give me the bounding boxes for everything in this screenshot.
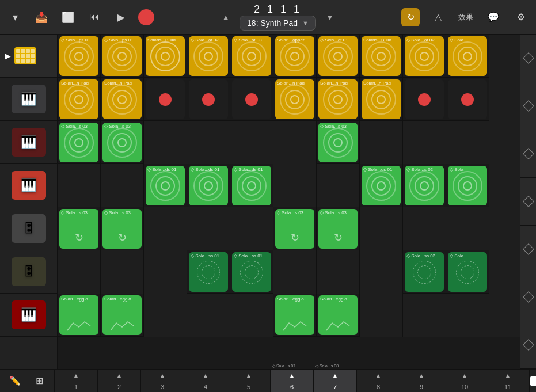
cell-3-8[interactable]: ◇ Sola...s 02 [403, 164, 446, 207]
cell-4-10[interactable] [489, 207, 520, 250]
cell-4-4[interactable] [230, 207, 273, 250]
position-up-icon[interactable]: ▲ [216, 8, 235, 26]
edge-btn-5[interactable] [520, 273, 536, 321]
cell-0-6[interactable]: ◇ Sola...at 01 [317, 35, 360, 78]
clip-6-6[interactable]: Solari...eggio [318, 295, 358, 335]
cell-6-1[interactable]: Solari...eggio [101, 294, 144, 337]
cell-6-9[interactable] [446, 294, 489, 337]
col-ctrl-1[interactable]: ▲ 1 [55, 370, 98, 393]
cell-0-8[interactable]: ◇ Sola...at 02 [403, 35, 446, 78]
clip-4-1[interactable]: ◇ Sola...s 03 ↻ [102, 209, 142, 249]
cell-3-9[interactable]: ◇ Sola [446, 164, 489, 207]
cell-2-0[interactable]: ◇ Sola...s 03 [58, 121, 101, 164]
cell-0-10[interactable] [489, 35, 520, 78]
cell-6-8[interactable] [403, 294, 446, 337]
cell-0-2[interactable]: Solaris...Build [144, 35, 187, 78]
stop-button[interactable] [530, 376, 536, 386]
clip-3-3[interactable]: ◇ Sola...ds 01 [189, 166, 228, 205]
clip-3-2[interactable]: ◇ Sola...ds 01 [146, 166, 185, 205]
cell-0-1[interactable]: ◇ Sola...ps 01 [101, 35, 144, 78]
clip-0-2[interactable]: Solaris...Build [146, 36, 185, 76]
cell-5-9[interactable]: ◇ Sola [446, 250, 489, 294]
col-ctrl-4[interactable]: ▲ 4 [184, 370, 227, 393]
col-9-up[interactable]: ▲ [418, 372, 425, 380]
clip-record-1-9[interactable] [448, 79, 487, 119]
col-4-up[interactable]: ▲ [202, 372, 209, 380]
clip-2-6[interactable]: ◇ Sola...s 03 [318, 123, 358, 162]
col-10-up[interactable]: ▲ [461, 372, 468, 380]
cell-4-8[interactable] [403, 207, 446, 250]
cell-1-4[interactable] [230, 78, 273, 121]
col-1-up[interactable]: ▲ [73, 372, 79, 380]
cell-6-0[interactable]: Solari...eggio [58, 294, 101, 337]
clip-5-4[interactable]: ◇ Sola...ss 01 [232, 252, 271, 292]
cell-4-9[interactable] [446, 207, 489, 250]
cell-5-3[interactable]: ◇ Sola...ss 01 [187, 250, 230, 294]
track-2-instrument[interactable]: 🎹 [12, 128, 46, 157]
cell-3-0[interactable] [58, 164, 101, 207]
clip-0-8[interactable]: ◇ Sola...at 02 [405, 36, 444, 76]
cell-1-1[interactable]: Solari...h Pad [101, 78, 144, 121]
clip-0-4[interactable]: ◇ Sola...at 03 [232, 36, 271, 76]
cell-5-1[interactable] [101, 250, 144, 294]
clip-record-1-3[interactable] [189, 79, 228, 119]
clip-3-4[interactable]: ◇ Sola...ds 01 [232, 166, 271, 205]
cell-0-5[interactable]: Solari...opper [273, 35, 317, 78]
col-11-up[interactable]: ▲ [504, 372, 511, 380]
metronome-button[interactable]: △ [429, 8, 447, 26]
col-5-up[interactable]: ▲ [245, 372, 252, 380]
clip-record-1-2[interactable] [146, 79, 185, 119]
cell-2-10[interactable] [489, 121, 520, 164]
cell-2-9[interactable] [446, 121, 489, 164]
cell-1-2[interactable] [144, 78, 187, 121]
cell-5-2[interactable] [144, 250, 187, 294]
grid-mode-btn[interactable]: ⊞ [30, 372, 48, 390]
col-ctrl-3[interactable]: ▲ 3 [141, 370, 184, 393]
clip-1-0[interactable]: Solari...h Pad [59, 79, 98, 119]
cell-0-9[interactable]: ◇ Sola [446, 35, 489, 78]
cell-4-7[interactable] [360, 207, 403, 250]
col-ctrl-9[interactable]: ▲ 9 [400, 370, 443, 393]
cell-4-1[interactable]: ◇ Sola...s 03 ↻ [101, 207, 144, 250]
clip-0-5[interactable]: Solari...opper [275, 36, 314, 76]
cell-6-3[interactable] [187, 294, 230, 337]
edge-btn-4[interactable] [520, 226, 536, 273]
clip-0-7[interactable]: Solaris...Build [362, 36, 401, 76]
cell-3-7[interactable]: ◇ Sola...ds 01 [360, 164, 403, 207]
play-button[interactable]: ▶ [112, 8, 130, 26]
clip-6-5[interactable]: Solari...eggio [275, 295, 314, 335]
cell-2-3[interactable] [187, 121, 230, 164]
cell-2-1[interactable]: ◇ Sola...s 03 [101, 121, 144, 164]
col-ctrl-2[interactable]: ▲ 2 [98, 370, 141, 393]
cell-4-6[interactable]: ◇ Sola...s 03 ↻ [317, 207, 360, 250]
cell-1-8[interactable] [403, 78, 446, 121]
cell-5-5[interactable] [273, 250, 317, 294]
cell-2-4[interactable] [230, 121, 273, 164]
cell-2-2[interactable] [144, 121, 187, 164]
cell-3-3[interactable]: ◇ Sola...ds 01 [187, 164, 230, 207]
col-8-up[interactable]: ▲ [375, 372, 382, 380]
clip-1-5[interactable]: Solari...h Pad [275, 79, 314, 119]
clip-1-7[interactable]: Solari...h Pad [362, 79, 401, 119]
cell-3-5[interactable] [273, 164, 317, 207]
clip-3-9[interactable]: ◇ Sola [448, 166, 487, 205]
edge-btn-1[interactable] [520, 82, 536, 130]
settings-button[interactable]: ⚙ [512, 8, 530, 26]
position-down-icon[interactable]: ▼ [321, 8, 339, 26]
cell-5-0[interactable] [58, 250, 101, 294]
cell-6-6[interactable]: Solari...eggio [317, 294, 360, 337]
col-ctrl-6[interactable]: ◇ Sola...s 07 ▲ 6 [271, 370, 314, 393]
track-1-instrument[interactable]: 🎹 [12, 85, 46, 113]
col-ctrl-7[interactable]: ◇ Sola...s 08 ▲ 7 [314, 370, 357, 393]
cell-5-7[interactable] [360, 250, 403, 294]
cell-2-8[interactable] [403, 121, 446, 164]
col-ctrl-5[interactable]: ▲ 5 [227, 370, 271, 393]
clip-4-0[interactable]: ◇ Sola...s 03 ↻ [59, 209, 98, 249]
cell-6-2[interactable] [144, 294, 187, 337]
track-3-instrument[interactable]: 🎹 [12, 171, 46, 200]
clip-1-1[interactable]: Solari...h Pad [102, 79, 142, 119]
cell-6-5[interactable]: Solari...eggio [273, 294, 317, 337]
clip-0-0[interactable]: ◇ Sola...ps 01 [59, 36, 98, 76]
cell-1-0[interactable]: Solari...h Pad [58, 78, 101, 121]
track-0-icon[interactable] [14, 47, 36, 64]
